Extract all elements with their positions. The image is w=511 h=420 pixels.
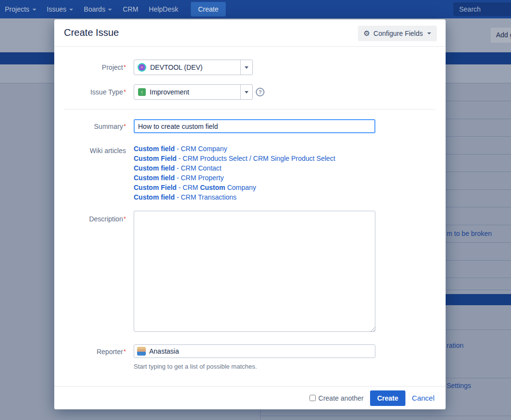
gear-icon: ⚙ — [364, 29, 370, 38]
required-marker: * — [124, 123, 126, 130]
dialog-header: Create Issue ⚙ Configure Fields — [54, 19, 446, 47]
nav-menu-label: Boards — [84, 5, 105, 13]
background-link-ration[interactable]: ration — [447, 342, 464, 349]
configure-fields-button[interactable]: ⚙ Configure Fields — [358, 26, 437, 41]
chevron-down-icon — [69, 9, 73, 11]
required-marker: * — [124, 348, 126, 355]
chevron-down-icon — [427, 32, 431, 34]
chevron-down-icon — [108, 9, 112, 11]
reporter-input[interactable]: Anastasia — [134, 344, 375, 358]
nav-link-label: HelpDesk — [149, 5, 178, 13]
dialog-body: Project* DEVTOOL (DEV) Issue Type* ↑ Imp… — [54, 48, 446, 386]
project-label: Project* — [54, 63, 126, 71]
reporter-hint-text: Start typing to get a list of possible m… — [134, 363, 257, 370]
dropdown-arrow-button[interactable] — [240, 85, 252, 99]
required-marker: * — [124, 63, 126, 71]
nav-menu-issues[interactable]: Issues — [47, 5, 73, 13]
summary-label: Summary* — [54, 123, 126, 130]
chevron-down-icon — [245, 66, 248, 69]
create-another-option[interactable]: Create another — [310, 394, 363, 402]
nav-create-button[interactable]: Create — [191, 2, 226, 16]
textarea-resize-handle[interactable] — [371, 327, 375, 332]
description-textarea[interactable] — [134, 211, 375, 332]
nav-menu-label: Issues — [47, 5, 66, 13]
nav-link-helpdesk[interactable]: HelpDesk — [149, 5, 178, 13]
improvement-icon: ↑ — [138, 88, 146, 96]
required-marker: * — [124, 88, 126, 95]
section-divider — [64, 109, 436, 109]
wiki-article-link[interactable]: Custom field - CRM Transactions — [134, 192, 335, 202]
nav-menu-label: Projects — [5, 5, 30, 13]
create-another-label: Create another — [318, 394, 363, 402]
required-marker: * — [124, 215, 126, 222]
search-input[interactable] — [453, 2, 511, 16]
wiki-article-link[interactable]: Custom field - CRM Company — [134, 144, 335, 154]
nav-link-label: CRM — [123, 5, 138, 13]
wiki-article-link[interactable]: Custom field - CRM Property — [134, 173, 335, 183]
configure-fields-label: Configure Fields — [373, 30, 423, 37]
wiki-article-link[interactable]: Custom Field - CRM Products Select / CRM… — [134, 154, 335, 163]
reporter-avatar — [137, 347, 146, 356]
background-link-settings[interactable]: Settings — [447, 382, 471, 389]
chevron-down-icon — [32, 9, 36, 11]
nav-menu-projects[interactable]: Projects — [5, 5, 36, 13]
nav-link-crm[interactable]: CRM — [123, 5, 138, 13]
project-avatar-icon — [138, 63, 146, 72]
dialog-footer: Create another Create Cancel — [54, 386, 446, 409]
background-row-line — [261, 416, 511, 416]
issue-type-select[interactable]: ↑ Improvement — [134, 84, 253, 100]
issue-type-select-value: Improvement — [150, 88, 189, 96]
summary-input[interactable] — [134, 119, 375, 133]
project-select[interactable]: DEVTOOL (DEV) — [134, 60, 253, 75]
wiki-article-link[interactable]: Custom field - CRM Contact — [134, 163, 335, 173]
create-another-checkbox[interactable] — [310, 395, 316, 401]
nav-menu-boards[interactable]: Boards — [84, 5, 112, 13]
wiki-articles-list: Custom field - CRM Company Custom Field … — [134, 144, 335, 202]
issue-type-label: Issue Type* — [54, 88, 126, 96]
help-icon[interactable]: ? — [256, 88, 264, 96]
reporter-label: Reporter* — [54, 348, 126, 356]
cancel-link[interactable]: Cancel — [412, 394, 434, 402]
chevron-down-icon — [245, 91, 248, 93]
reporter-value: Anastasia — [149, 347, 179, 355]
background-row-text: m to be broken — [447, 230, 492, 237]
create-button[interactable]: Create — [370, 390, 406, 406]
dropdown-arrow-button[interactable] — [240, 60, 252, 75]
top-navbar: Projects Issues Boards CRM HelpDesk Crea… — [0, 0, 511, 18]
dialog-title: Create Issue — [64, 27, 119, 38]
description-label: Description* — [54, 215, 126, 223]
wiki-article-link[interactable]: Custom Field - CRM Custom Company — [134, 183, 335, 192]
wiki-articles-label: Wiki articles — [54, 147, 126, 155]
create-issue-dialog: Create Issue ⚙ Configure Fields Project*… — [54, 19, 446, 409]
project-select-value: DEVTOOL (DEV) — [150, 63, 202, 71]
add-gadget-button[interactable]: Add g — [491, 28, 511, 43]
